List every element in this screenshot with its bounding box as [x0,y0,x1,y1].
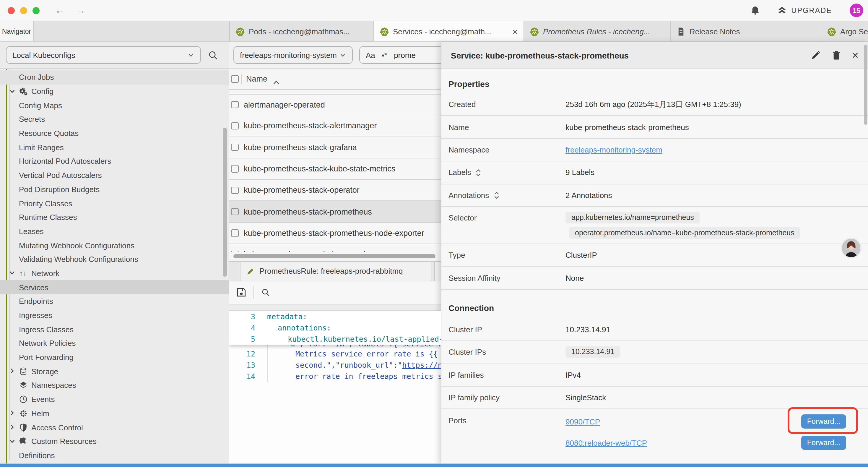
tab-navigator[interactable]: Navigator [0,21,34,41]
close-icon[interactable]: × [852,50,859,61]
yaml-editor[interactable]: 3metadata:4annotations:5kubectl.kubernet… [229,311,441,467]
table-row[interactable]: kube-prometheus-stack-operator [229,180,441,201]
namespace-select[interactable]: freeleaps-monitoring-system [234,46,353,64]
sidebar-item-pod-disruption-budgets[interactable]: Pod Disruption Budgets [0,182,229,196]
detail-row-namespace: Namespacefreeleaps-monitoring-system [441,139,868,162]
sidebar-item-port-forwarding[interactable]: Port Forwarding [0,351,229,364]
port-link[interactable]: 9090/TCP [565,417,600,426]
detail-row-value: None [565,273,584,282]
notification-count-badge[interactable]: 15 [850,4,863,17]
sidebar-item-ingress-classes[interactable]: Ingress Classes [0,322,229,337]
sidebar-item-priority-classes[interactable]: Priority Classes [0,196,229,210]
sidebar-scrollbar-thumb[interactable] [223,128,227,276]
select-all-checkbox[interactable] [231,76,239,83]
sidebar-item-horizontal-pod-autoscalers[interactable]: Horizontal Pod Autoscalers [0,154,229,168]
sidebar-item-ingresses[interactable]: Ingresses [0,308,229,322]
sidebar-item-resource-quotas[interactable]: Resource Quotas [0,126,229,140]
row-checkbox[interactable] [231,186,239,194]
sidebar-item-custom-resources[interactable]: Custom Resources [0,435,229,448]
kubeconfig-select[interactable]: Local Kubeconfigs [6,46,201,64]
table-row[interactable]: alertmanager-operated [229,94,441,116]
row-checkbox[interactable] [231,229,239,237]
expand-collapse-icon[interactable] [475,169,482,177]
row-checkbox[interactable] [231,165,239,173]
back-button[interactable]: ← [55,5,65,16]
close-tab-icon[interactable]: × [507,26,518,36]
chevron-down-icon[interactable] [9,438,16,445]
forward-button[interactable]: Forward... [801,436,846,450]
window-titlebar: ← → UPGRADE 15 [0,0,868,21]
filter-input[interactable]: Aa ▪* prome [359,46,441,64]
sidebar-item-events[interactable]: Events [0,392,229,406]
tab-services-icecheng-math[interactable]: Services - icecheng@math...× [374,21,524,41]
user-avatar[interactable] [841,238,862,258]
detail-scrollbar-thumb[interactable] [864,45,867,125]
expand-collapse-icon[interactable] [493,191,500,200]
sidebar-item-validating-webhook-configurations[interactable]: Validating Webhook Configurations [0,253,229,266]
search-icon[interactable] [208,50,218,60]
sidebar-item-config[interactable]: Config [0,84,229,98]
namespace-link[interactable]: freeleaps-monitoring-system [565,145,662,154]
match-case-toggle[interactable]: Aa [366,51,375,59]
tab-bar: Navigator Pods - icecheng@mathmas...Serv… [0,21,868,42]
delete-trash-icon[interactable] [831,50,841,60]
save-icon[interactable] [236,287,246,297]
runbook-url-link[interactable]: https://net [402,360,441,369]
tab-pods-icecheng-mathmas[interactable]: Pods - icecheng@mathmas... [230,21,374,41]
tab-label: Argo Se [840,27,868,36]
chevron-right-icon[interactable] [9,410,16,417]
forward-button[interactable]: → [75,5,86,16]
port-link[interactable]: 8080:reloader-web/TCP [565,439,647,447]
chevron-right-icon[interactable] [9,368,16,375]
sidebar-item-limit-ranges[interactable]: Limit Ranges [0,140,229,154]
detail-row-ports: Ports9090/TCPForward...8080:reloader-web… [441,409,868,461]
tab-prometheusrule[interactable]: PrometheusRule: freeleaps-prod-rabbitmq [240,262,431,281]
sidebar-item-runtime-classes[interactable]: Runtime Classes [0,210,229,224]
minimize-window-button[interactable] [20,7,27,14]
editor-line: 4annotations: [229,322,441,333]
close-window-button[interactable] [8,7,15,14]
sidebar-item-secrets[interactable]: Secrets [0,112,229,126]
sidebar-item-cron-jobs[interactable]: Cron Jobs [0,70,229,84]
sidebar-item-helm[interactable]: Helm [0,406,229,420]
service-name: kube-prometheus-stack-prometheus [244,207,372,216]
row-checkbox[interactable] [231,144,239,151]
sort-ascending-icon[interactable] [273,77,279,81]
table-row[interactable]: kube-prometheus-stack-prometheus-node-ex… [229,223,441,244]
chevron-down-icon[interactable] [9,270,16,277]
row-checkbox[interactable] [231,101,239,109]
tab-release-notes[interactable]: Release Notes [671,21,821,41]
sidebar-item-storage[interactable]: Storage [0,364,229,378]
table-row[interactable]: kube-prometheus-stack-grafana [229,137,441,158]
search-icon[interactable] [261,288,270,297]
sidebar-item-endpoints[interactable]: Endpoints [0,294,229,308]
tab-prometheus-rules-icecheng[interactable]: Prometheus Rules - icecheng... [524,21,671,41]
table-row[interactable]: kube-prometheus-stack-thanos-ruler [229,244,441,252]
horizontal-scrollbar-thumb[interactable] [234,254,435,258]
upgrade-button[interactable]: UPGRADE [777,5,832,16]
table-row[interactable]: kube-prometheus-stack-prometheus [229,201,441,223]
regex-toggle[interactable]: ▪* [382,51,387,59]
row-checkbox[interactable] [231,122,239,129]
sidebar-item-definitions[interactable]: Definitions [0,448,229,462]
sidebar-item-access-control[interactable]: Access Control [0,420,229,434]
zoom-window-button[interactable] [32,7,39,14]
edit-pencil-icon[interactable] [811,50,821,60]
chevron-right-icon[interactable] [9,424,16,431]
row-checkbox[interactable] [231,208,239,215]
column-header-name[interactable]: Name [246,75,267,83]
notifications-bell-icon[interactable] [750,5,761,16]
sidebar-item-network-policies[interactable]: Network Policies [0,337,229,350]
sidebar-item-vertical-pod-autoscalers[interactable]: Vertical Pod Autoscalers [0,169,229,182]
sidebar-item-namespaces[interactable]: Namespaces [0,378,229,392]
table-row[interactable]: kube-prometheus-stack-alertmanager [229,116,441,137]
tab-next-partial[interactable] [434,262,441,281]
sidebar-item-mutating-webhook-configurations[interactable]: Mutating Webhook Configurations [0,238,229,253]
tab-argo-se[interactable]: Argo Se [821,21,868,41]
sidebar-item-leases[interactable]: Leases [0,224,229,238]
table-row[interactable]: kube-prometheus-stack-kube-state-metrics [229,158,441,180]
sidebar-item-config-maps[interactable]: Config Maps [0,98,229,112]
chevron-down-icon[interactable] [9,88,16,95]
sidebar-item-network[interactable]: ↑↓Network [0,266,229,280]
sidebar-item-services[interactable]: Services [0,281,229,294]
